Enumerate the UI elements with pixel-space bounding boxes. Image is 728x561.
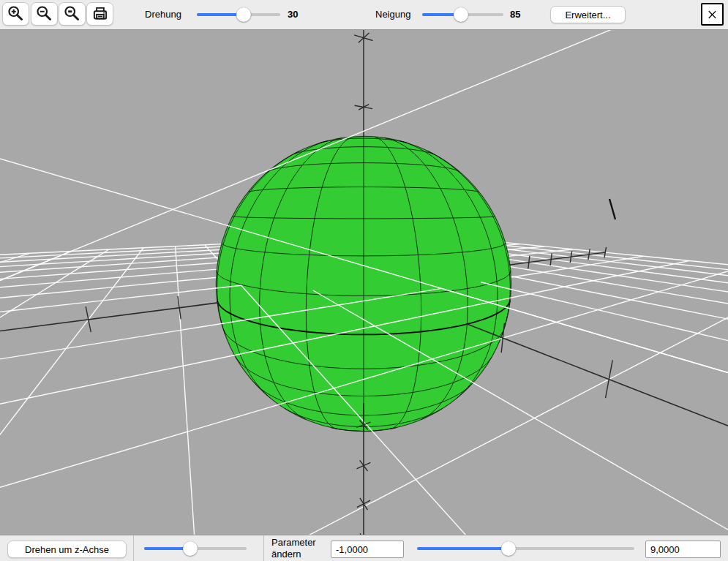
parameter-label-line1: Parameter	[271, 537, 316, 549]
3d-viewport[interactable]	[0, 30, 728, 535]
parameter-slider-thumb[interactable]	[501, 541, 516, 556]
zoom-in-button[interactable]	[2, 2, 29, 26]
tilt-value: 85	[510, 9, 520, 20]
parameter-label: Parameter ändern	[271, 537, 316, 560]
parameter-max-input[interactable]	[645, 541, 721, 558]
rotate-z-button[interactable]: Drehen um z-Achse	[7, 541, 127, 558]
top-toolbar: Drehung 30 Neigung 85 Erweitert...	[0, 0, 728, 30]
zoom-reset-icon	[63, 4, 82, 23]
parameter-label-line2: ändern	[271, 549, 316, 560]
rotate-z-slider[interactable]	[144, 541, 247, 556]
zoom-out-icon	[35, 4, 54, 23]
axis-end-marker	[609, 199, 615, 219]
tilt-slider[interactable]	[422, 7, 503, 22]
rotation-label: Drehung	[145, 9, 181, 20]
print-button[interactable]	[86, 2, 113, 26]
close-icon	[707, 7, 718, 22]
bottom-bar-divider	[263, 535, 264, 561]
parameter-min-input[interactable]	[331, 541, 404, 558]
zoom-reset-button[interactable]	[59, 2, 86, 26]
rotation-slider-thumb[interactable]	[236, 7, 251, 22]
rotate-z-slider-thumb[interactable]	[183, 541, 198, 556]
advanced-button[interactable]: Erweitert...	[550, 6, 626, 23]
rotation-slider[interactable]	[197, 7, 280, 22]
rotation-value: 30	[288, 9, 298, 20]
close-button[interactable]	[701, 3, 724, 26]
parameter-slider[interactable]	[417, 541, 634, 556]
bottom-bar-divider	[133, 535, 134, 561]
app-window: Drehung 30 Neigung 85 Erweitert... Drehe…	[0, 0, 728, 561]
bottom-bar: Drehen um z-Achse Parameter ändern	[0, 535, 728, 561]
print-icon	[91, 4, 110, 23]
tilt-slider-thumb[interactable]	[454, 7, 468, 22]
tilt-label: Neigung	[375, 9, 410, 20]
parameter-slider-track[interactable]	[417, 547, 634, 550]
zoom-out-button[interactable]	[31, 2, 58, 26]
zoom-in-icon	[7, 4, 26, 23]
